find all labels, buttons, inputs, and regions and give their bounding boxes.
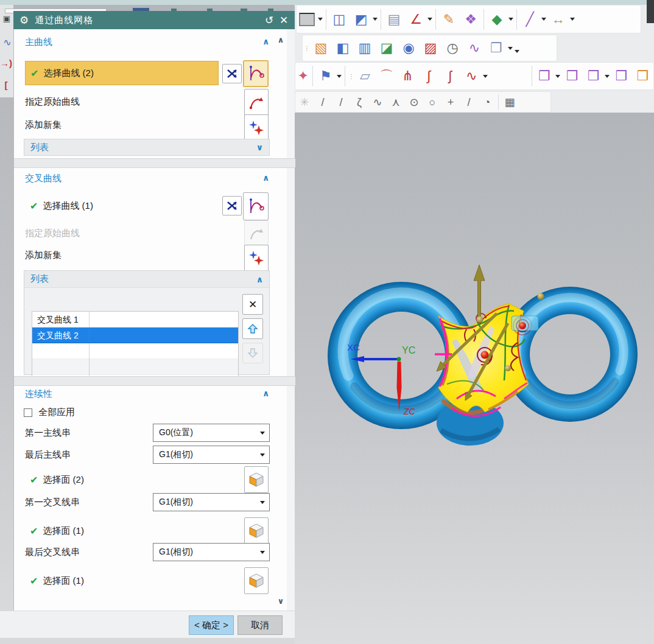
last-primary-string-select[interactable]: G1(相切) <box>153 446 270 464</box>
cross-curves-header[interactable]: 交叉曲线 <box>25 173 62 184</box>
point-plus-icon[interactable]: + <box>441 94 460 111</box>
curve-tool-icon[interactable]: ∿ <box>1 38 13 47</box>
patch-body-icon[interactable]: ❒ <box>611 65 632 87</box>
measure-distance-icon[interactable]: ↔ <box>547 9 569 30</box>
dropdown-caret-icon[interactable] <box>555 75 560 80</box>
select-face-row-2[interactable]: ✔ 选择面 (1) <box>25 520 147 542</box>
first-primary-string-select[interactable]: G0(位置) <box>153 424 270 442</box>
apply-all-checkbox[interactable] <box>24 408 32 417</box>
n-sided-surface-icon[interactable]: ◉ <box>398 37 420 59</box>
monitor-icon[interactable]: ▣ <box>1 15 13 23</box>
line-icon[interactable]: / <box>314 94 332 111</box>
first-cross-string-select[interactable]: G1(相切) <box>153 493 270 511</box>
move-up-button[interactable] <box>242 318 263 339</box>
swap-curves-button-cross[interactable] <box>222 196 242 215</box>
dropdown-caret-icon[interactable] <box>508 18 513 23</box>
fillet-curve-icon[interactable]: ζ <box>350 94 368 111</box>
dropdown-caret-icon[interactable] <box>427 18 432 23</box>
extrude-icon[interactable]: ◫ <box>328 9 350 30</box>
list-item-empty[interactable] <box>32 343 238 359</box>
datum-plane-icon[interactable]: ▤ <box>383 9 405 30</box>
studio-spline-icon[interactable]: ∿ <box>368 94 387 111</box>
swept-icon[interactable]: ◪ <box>376 37 398 59</box>
surface-analysis-icon[interactable]: ◷ <box>441 37 463 59</box>
dialog-titlebar[interactable]: ⚙ 通过曲线网格 ↺ ✕ <box>13 11 295 29</box>
dropdown-caret-icon[interactable] <box>570 18 575 23</box>
close-button[interactable]: ✕ <box>276 14 291 27</box>
list-bar-cross[interactable]: 列表 ∧ <box>24 271 269 288</box>
revolve-icon[interactable]: ◩ <box>350 9 372 30</box>
bounded-plane-icon[interactable]: ❐ <box>485 37 507 59</box>
curve-rule-button-primary[interactable] <box>243 60 269 87</box>
list-item-selected[interactable]: 交叉曲线 2 <box>32 327 238 343</box>
continuity-header[interactable]: 连续性 <box>25 388 52 400</box>
studio-surface-icon[interactable]: ▨ <box>420 37 441 59</box>
collapse-chevron-icon[interactable]: ∧ <box>262 37 269 46</box>
snap-star-icon[interactable]: ✳ <box>295 94 314 111</box>
section-curve-icon[interactable]: ∫ <box>418 65 440 87</box>
sheet-swatch-icon[interactable] <box>299 13 315 26</box>
bracket-tool-icon[interactable]: [ <box>0 80 12 89</box>
through-curves-icon[interactable]: ▥ <box>354 37 376 59</box>
slash-icon[interactable]: / <box>460 94 478 111</box>
scroll-down-icon[interactable]: ∨ <box>275 597 287 606</box>
toolbar-grip[interactable]: ⋮ <box>304 47 309 49</box>
paint-face-icon[interactable]: ❖ <box>460 9 482 30</box>
grid-icon[interactable]: ▦ <box>501 94 519 111</box>
delete-face-icon[interactable]: ❒ <box>561 65 583 87</box>
reset-button[interactable]: ↺ <box>262 14 276 27</box>
specify-origin-curve-button[interactable] <box>244 89 269 116</box>
select-face-button-3[interactable] <box>244 567 269 594</box>
circle-icon[interactable]: ○ <box>423 94 441 111</box>
datum-axis-icon[interactable]: ∠ <box>405 9 427 30</box>
list-bar-primary[interactable]: 列表 ∨ <box>24 139 270 156</box>
list-item-empty[interactable] <box>32 359 238 375</box>
collapse-chevron-icon[interactable]: ∧ <box>262 388 269 398</box>
swap-curves-button[interactable] <box>222 64 242 83</box>
datum-csys-icon[interactable]: ⚑ <box>315 65 336 87</box>
rapid-dimension-icon[interactable]: ╱ <box>519 9 541 30</box>
graphics-viewport[interactable]: XC YC ZC <box>295 113 654 644</box>
select-face-row-1[interactable]: ✔ 选择面 (2) <box>25 469 147 491</box>
more-feature-icon[interactable]: ◆ <box>486 9 508 30</box>
offset-curve-icon[interactable]: ∿ <box>461 65 482 87</box>
dropdown-caret-icon[interactable] <box>318 18 323 23</box>
line-alt-icon[interactable]: / <box>332 94 350 111</box>
dropdown-caret-icon[interactable] <box>373 18 378 23</box>
dialog-scrollbar[interactable] <box>287 29 295 611</box>
replace-face-icon[interactable]: ❒ <box>583 65 604 87</box>
select-face-row-3[interactable]: ✔ 选择面 (1) <box>25 570 147 592</box>
last-cross-string-select[interactable]: G1(相切) <box>153 543 270 561</box>
primary-curves-header[interactable]: 主曲线 <box>25 37 52 48</box>
cross-curve-list[interactable]: 交叉曲线 1 交叉曲线 2 <box>32 311 239 385</box>
add-new-set-button-primary[interactable] <box>244 114 269 141</box>
remove-list-item-button[interactable]: ✕ <box>242 294 263 315</box>
collapse-chevron-icon[interactable]: ∧ <box>262 173 269 183</box>
curve-rule-button-cross[interactable] <box>243 192 269 220</box>
offset-face-icon[interactable]: ❒ <box>632 65 653 87</box>
dropdown-caret-icon[interactable] <box>483 75 488 80</box>
trim-body-icon[interactable]: ❒ <box>534 65 555 87</box>
synchronous-move-face-icon[interactable]: ✎ <box>438 9 460 30</box>
cancel-button[interactable]: 取消 <box>237 615 283 635</box>
dropdown-caret-icon[interactable] <box>337 75 342 80</box>
intersection-curve-icon[interactable]: ⋔ <box>397 65 418 87</box>
ok-button[interactable]: < 确定 > <box>189 615 234 635</box>
arrow-tool-icon[interactable]: →) <box>0 58 12 68</box>
add-new-set-button-cross[interactable] <box>244 245 269 271</box>
sheet-body-icon[interactable]: ◔ <box>478 94 496 111</box>
four-point-surface-icon[interactable]: ▧ <box>310 37 332 59</box>
dropdown-caret-icon[interactable] <box>515 50 519 55</box>
dropdown-caret-icon[interactable] <box>605 75 610 80</box>
point-axis-icon[interactable]: ⋏ <box>387 94 405 111</box>
sketch-card-icon[interactable]: ▱ <box>354 65 376 87</box>
select-face-button-1[interactable] <box>244 466 269 493</box>
select-curve-row-cross[interactable]: ✔ 选择曲线 (1) <box>25 195 219 217</box>
toolbar-grip[interactable]: ⋮ <box>348 75 353 77</box>
clipped-tool-icon[interactable]: ✦ <box>295 65 311 87</box>
select-face-button-2[interactable] <box>244 517 269 544</box>
dropdown-caret-icon[interactable] <box>541 18 546 23</box>
dropdown-caret-icon[interactable] <box>508 47 513 52</box>
project-curve-icon[interactable]: ⌒ <box>376 65 397 87</box>
scroll-up-icon[interactable]: ∧ <box>275 35 287 44</box>
